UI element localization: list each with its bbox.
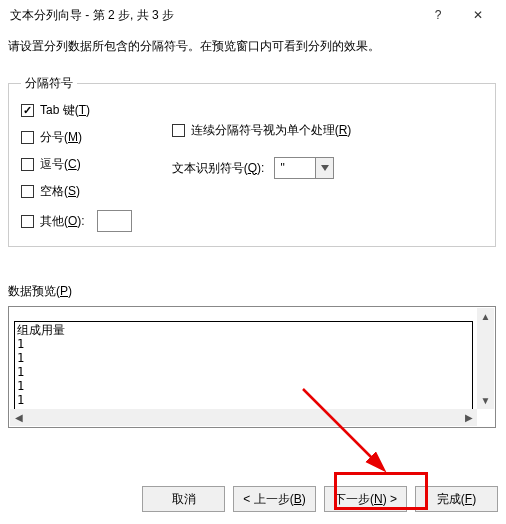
vertical-scrollbar[interactable]: ▲ ▼ <box>477 308 494 409</box>
preview-box: 组成用量 1 1 1 1 1 ▲ ▼ ◀ ▶ <box>8 306 496 428</box>
other-delimiter-input[interactable] <box>97 210 132 232</box>
preview-content: 组成用量 1 1 1 1 1 <box>14 321 473 422</box>
scroll-down-icon: ▼ <box>477 392 494 409</box>
next-button[interactable]: 下一步(N) > <box>324 486 407 512</box>
close-button[interactable]: ✕ <box>458 1 498 29</box>
tab-checkbox[interactable] <box>21 104 34 117</box>
consecutive-checkbox[interactable] <box>172 124 185 137</box>
semicolon-checkbox[interactable] <box>21 131 34 144</box>
space-checkbox-row[interactable]: 空格(S) <box>21 183 132 200</box>
other-checkbox[interactable] <box>21 215 34 228</box>
footer-buttons: 取消 < 上一步(B) 下一步(N) > 完成(F) <box>142 486 498 512</box>
space-checkbox[interactable] <box>21 185 34 198</box>
close-icon: ✕ <box>473 8 483 22</box>
preview-label: 数据预览(P) <box>8 283 496 300</box>
text-qualifier-select[interactable]: " <box>274 157 334 179</box>
window-title: 文本分列向导 - 第 2 步, 共 3 步 <box>10 7 418 24</box>
finish-button[interactable]: 完成(F) <box>415 486 498 512</box>
delimiter-group: 分隔符号 Tab 键(T) 分号(M) 逗号(C) 空格(S) 其他(O): <box>8 75 496 247</box>
cancel-button[interactable]: 取消 <box>142 486 225 512</box>
titlebar: 文本分列向导 - 第 2 步, 共 3 步 ? ✕ <box>0 0 506 30</box>
delimiter-checkbox-column: Tab 键(T) 分号(M) 逗号(C) 空格(S) 其他(O): <box>21 102 132 232</box>
consecutive-checkbox-row[interactable]: 连续分隔符号视为单个处理(R) <box>172 122 483 139</box>
scroll-up-icon: ▲ <box>477 308 494 325</box>
semicolon-checkbox-row[interactable]: 分号(M) <box>21 129 132 146</box>
comma-checkbox-row[interactable]: 逗号(C) <box>21 156 132 173</box>
horizontal-scrollbar[interactable]: ◀ ▶ <box>10 409 477 426</box>
delimiter-legend: 分隔符号 <box>21 75 77 92</box>
other-checkbox-row[interactable]: 其他(O): <box>21 210 132 232</box>
comma-checkbox[interactable] <box>21 158 34 171</box>
back-button[interactable]: < 上一步(B) <box>233 486 316 512</box>
help-button[interactable]: ? <box>418 1 458 29</box>
text-qualifier-row: 文本识别符号(Q): " <box>172 157 483 179</box>
help-icon: ? <box>435 8 442 22</box>
text-qualifier-value: " <box>275 161 315 175</box>
tab-checkbox-row[interactable]: Tab 键(T) <box>21 102 132 119</box>
text-qualifier-label: 文本识别符号(Q): <box>172 160 265 177</box>
chevron-down-icon <box>315 158 333 178</box>
instruction-text: 请设置分列数据所包含的分隔符号。在预览窗口内可看到分列的效果。 <box>0 30 506 67</box>
scroll-right-icon: ▶ <box>460 409 477 426</box>
preview-section: 数据预览(P) 组成用量 1 1 1 1 1 ▲ ▼ ◀ ▶ <box>8 283 496 428</box>
scroll-left-icon: ◀ <box>10 409 27 426</box>
